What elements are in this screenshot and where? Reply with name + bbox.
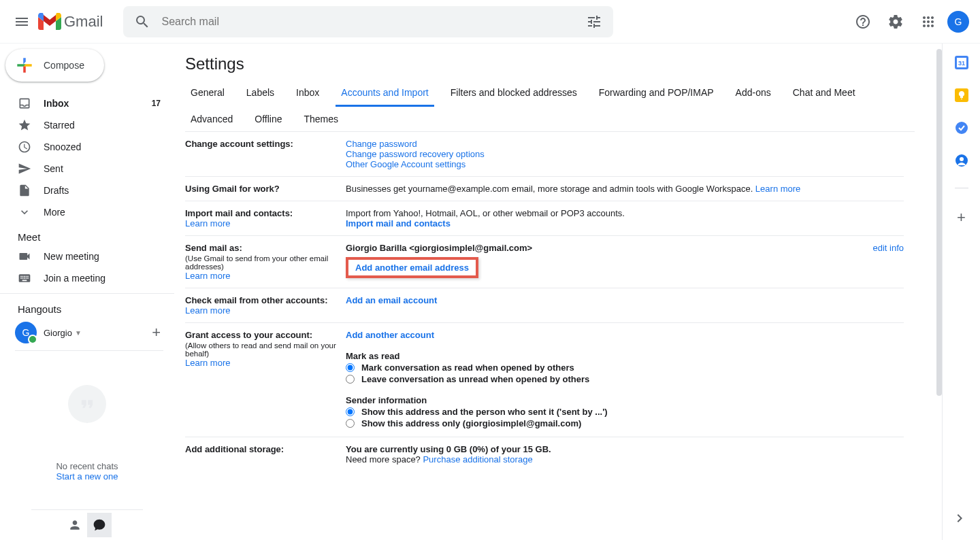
- search-button[interactable]: [129, 8, 156, 35]
- keyboard-icon: [18, 271, 31, 285]
- link-add-email-account[interactable]: Add an email account: [346, 295, 437, 305]
- hangouts-tab-chat[interactable]: [87, 513, 112, 537]
- mark-as-read-heading: Mark as read: [346, 351, 904, 361]
- radio-show-only-label: Show this address only (giorgiosimplel@g…: [361, 418, 581, 428]
- tab-themes[interactable]: Themes: [299, 107, 344, 131]
- support-button[interactable]: [849, 8, 877, 35]
- gmail-logo-text: Gmail: [64, 13, 103, 31]
- settings-button[interactable]: [882, 8, 909, 35]
- tasks-app-button[interactable]: [955, 121, 968, 135]
- tab-chat-meet[interactable]: Chat and Meet: [787, 80, 861, 107]
- sidebar-item-new-meeting[interactable]: New meeting: [0, 246, 169, 267]
- row-subtitle: (Use Gmail to send from your other email…: [185, 254, 346, 271]
- collapse-side-panel-button[interactable]: [951, 510, 968, 526]
- hangouts-new-chat-button[interactable]: +: [152, 324, 161, 341]
- search-icon: [134, 14, 150, 30]
- tab-advanced[interactable]: Advanced: [185, 107, 238, 131]
- chat-bubble-icon: [93, 518, 106, 532]
- star-icon: [18, 118, 31, 132]
- keep-app-button[interactable]: [955, 88, 968, 102]
- nav-label: Inbox: [44, 98, 69, 109]
- contacts-app-button[interactable]: [955, 154, 968, 167]
- link-learn-more-workspace[interactable]: Learn more: [755, 184, 800, 194]
- sidebar-item-snoozed[interactable]: Snoozed: [0, 136, 169, 158]
- row-check-email-other: Check email from other accounts: Learn m…: [185, 288, 904, 323]
- tab-general[interactable]: General: [185, 80, 230, 107]
- tune-icon: [586, 14, 602, 30]
- row-title: Grant access to your account:: [185, 330, 346, 340]
- page-title: Settings: [185, 54, 942, 73]
- link-add-another-account[interactable]: Add another account: [346, 330, 434, 340]
- help-icon: [855, 14, 871, 30]
- sidebar-item-more[interactable]: More: [0, 201, 169, 223]
- compose-button[interactable]: Compose: [5, 49, 104, 82]
- hangouts-tab-person[interactable]: [63, 513, 87, 537]
- svg-text:31: 31: [958, 60, 964, 67]
- clock-icon: [18, 140, 31, 154]
- row-add-storage: Add additional storage: You are currentl…: [185, 437, 904, 471]
- storage-usage-text: You are currently using 0 GB (0%) of you…: [346, 444, 904, 454]
- gear-icon: [887, 14, 904, 30]
- nav-label: Snoozed: [44, 141, 81, 152]
- apps-button[interactable]: [915, 8, 942, 35]
- search-input[interactable]: [156, 16, 581, 28]
- start-new-chat-link[interactable]: Start a new one: [56, 471, 118, 482]
- nav-label: Sent: [44, 163, 63, 174]
- link-learn-more-grant[interactable]: Learn more: [185, 358, 230, 368]
- nav-label: Starred: [44, 120, 75, 131]
- radio-mark-read-label: Mark conversation as read when opened by…: [361, 362, 574, 373]
- inbox-count: 17: [152, 99, 161, 108]
- calendar-app-button[interactable]: 31: [955, 56, 968, 69]
- radio-show-both-label: Show this address and the person who sen…: [361, 407, 608, 417]
- settings-tabs: General Labels Inbox Accounts and Import…: [185, 80, 915, 132]
- tab-addons[interactable]: Add-ons: [730, 80, 777, 107]
- radio-leave-unread[interactable]: [346, 375, 355, 384]
- link-import-mail-contacts[interactable]: Import mail and contacts: [346, 218, 451, 229]
- tab-accounts-import[interactable]: Accounts and Import: [336, 80, 434, 107]
- get-addons-button[interactable]: +: [957, 209, 966, 226]
- link-change-password[interactable]: Change password: [346, 139, 417, 149]
- search-options-button[interactable]: [581, 8, 608, 35]
- link-other-google-settings[interactable]: Other Google Account settings: [346, 159, 466, 169]
- sidebar-item-join-meeting[interactable]: Join a meeting: [0, 267, 169, 289]
- calendar-icon: 31: [955, 56, 968, 69]
- link-add-another-email[interactable]: Add another email address: [355, 263, 469, 273]
- radio-mark-read[interactable]: [346, 363, 355, 372]
- radio-show-both[interactable]: [346, 407, 355, 416]
- link-change-recovery[interactable]: Change password recovery options: [346, 149, 485, 159]
- hangouts-user-row[interactable]: G Giorgio ▼ +: [0, 318, 174, 348]
- file-icon: [18, 184, 31, 197]
- radio-leave-unread-label: Leave conversation as unread when opened…: [361, 374, 589, 384]
- hangouts-avatar: G: [15, 322, 37, 343]
- tab-inbox[interactable]: Inbox: [291, 80, 325, 107]
- tab-forwarding[interactable]: Forwarding and POP/IMAP: [593, 80, 719, 107]
- sidebar-item-drafts[interactable]: Drafts: [0, 180, 169, 201]
- main-menu-button[interactable]: [5, 5, 38, 38]
- highlight-add-another-email: Add another email address: [346, 257, 478, 278]
- sidebar-item-inbox[interactable]: Inbox 17: [0, 92, 169, 114]
- quote-icon: [78, 394, 97, 414]
- account-avatar[interactable]: G: [947, 11, 969, 33]
- sidebar-item-sent[interactable]: Sent: [0, 158, 169, 180]
- svg-point-4: [956, 122, 968, 134]
- scrollbar[interactable]: [936, 49, 942, 396]
- link-edit-info[interactable]: edit info: [872, 243, 904, 253]
- import-body-text: Import from Yahoo!, Hotmail, AOL, or oth…: [346, 208, 904, 218]
- hamburger-icon: [14, 14, 30, 30]
- tab-offline[interactable]: Offline: [249, 107, 287, 131]
- link-learn-more-import[interactable]: Learn more: [185, 218, 230, 229]
- header-actions: G: [849, 8, 975, 35]
- link-learn-more-sendas[interactable]: Learn more: [185, 271, 230, 281]
- side-panel: 31 +: [942, 44, 980, 540]
- radio-show-only[interactable]: [346, 419, 355, 428]
- svg-point-6: [960, 157, 964, 161]
- gmail-logo[interactable]: Gmail: [38, 13, 103, 31]
- tab-filters[interactable]: Filters and blocked addresses: [445, 80, 583, 107]
- row-title: Send mail as:: [185, 243, 346, 253]
- tab-labels[interactable]: Labels: [241, 80, 280, 107]
- link-purchase-storage[interactable]: Purchase additional storage: [423, 454, 532, 465]
- hangouts-dropdown-icon[interactable]: ▼: [75, 329, 82, 337]
- link-learn-more-checkother[interactable]: Learn more: [185, 305, 230, 316]
- sidebar-item-starred[interactable]: Starred: [0, 114, 169, 136]
- chevron-down-icon: [18, 205, 31, 219]
